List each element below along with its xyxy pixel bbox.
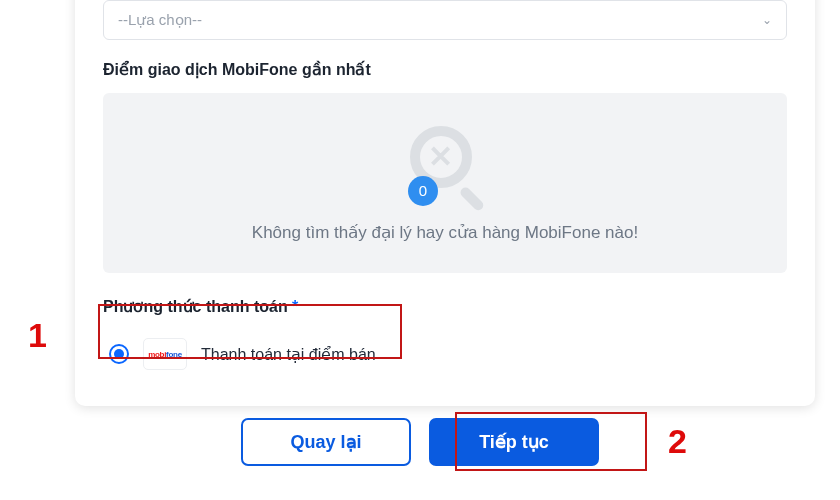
payment-method-label: Phương thức thanh toán * xyxy=(103,297,787,316)
magnifier-icon: ✕ 0 xyxy=(400,124,490,214)
mobifone-logo: mobifone xyxy=(143,338,187,370)
chevron-down-icon: ⌄ xyxy=(762,13,772,27)
empty-results-panel: ✕ 0 Không tìm thấy đại lý hay cửa hàng M… xyxy=(103,93,787,273)
result-count-badge: 0 xyxy=(408,176,438,206)
required-indicator: * xyxy=(292,298,298,315)
back-button[interactable]: Quay lại xyxy=(241,418,411,466)
annotation-number-1: 1 xyxy=(28,316,47,355)
action-buttons: Quay lại Tiếp tục xyxy=(0,418,840,466)
form-card: --Lựa chọn-- ⌄ Điểm giao dịch MobiFone g… xyxy=(75,0,815,406)
payment-method-text: Phương thức thanh toán xyxy=(103,298,288,315)
radio-selected-icon xyxy=(109,344,129,364)
empty-results-message: Không tìm thấy đại lý hay cửa hàng MobiF… xyxy=(252,222,638,243)
location-select-placeholder: --Lựa chọn-- xyxy=(118,11,202,29)
nearest-store-label: Điểm giao dịch MobiFone gần nhất xyxy=(103,60,787,79)
continue-button[interactable]: Tiếp tục xyxy=(429,418,599,466)
location-select[interactable]: --Lựa chọn-- ⌄ xyxy=(103,0,787,40)
annotation-number-2: 2 xyxy=(668,422,687,461)
payment-option-label: Thanh toán tại điểm bán xyxy=(201,345,376,364)
payment-option-pos[interactable]: mobifone Thanh toán tại điểm bán xyxy=(103,330,787,378)
